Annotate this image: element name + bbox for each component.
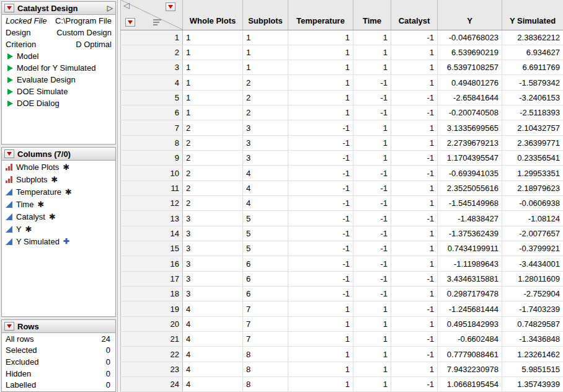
- script-item-doe-dialog[interactable]: DOE Dialog: [2, 97, 115, 109]
- cell-catalyst[interactable]: 1: [391, 241, 438, 256]
- cell-y[interactable]: -0.200740508: [438, 105, 502, 120]
- cell-time[interactable]: -1: [353, 241, 391, 256]
- cell-y-simulated[interactable]: -1.08124: [502, 211, 563, 226]
- cell-time[interactable]: -1: [353, 75, 391, 90]
- cell-temperature[interactable]: 1: [288, 45, 353, 60]
- rows-menu-icon[interactable]: [125, 18, 135, 27]
- cell-subplots[interactable]: 3: [243, 120, 288, 135]
- cell-whole-plots[interactable]: 1: [183, 75, 243, 90]
- cell-subplots[interactable]: 5: [243, 226, 288, 241]
- cell-whole-plots[interactable]: 4: [183, 301, 243, 316]
- cell-y[interactable]: -1.375362439: [438, 226, 502, 241]
- cell-catalyst[interactable]: -1: [391, 301, 438, 316]
- cell-y[interactable]: -0.046768023: [438, 30, 502, 45]
- cell-y-simulated[interactable]: -3.2406153: [502, 90, 563, 105]
- cell-temperature[interactable]: -1: [288, 151, 353, 166]
- cell-catalyst[interactable]: -1: [391, 90, 438, 105]
- column-item-temperature[interactable]: Temperature✱: [2, 185, 115, 198]
- rows-panel-header[interactable]: Rows: [2, 320, 115, 333]
- cell-catalyst[interactable]: 1: [391, 226, 438, 241]
- row-number[interactable]: 11: [121, 180, 183, 195]
- cell-time[interactable]: 1: [353, 316, 391, 331]
- row-number[interactable]: 15: [121, 241, 183, 256]
- cell-whole-plots[interactable]: 1: [183, 45, 243, 60]
- column-header-y[interactable]: Y: [438, 0, 502, 30]
- cell-y-simulated[interactable]: 2.10432757: [502, 120, 563, 135]
- row-number[interactable]: 10: [121, 166, 183, 180]
- cell-catalyst[interactable]: -1: [391, 30, 438, 45]
- cell-catalyst[interactable]: 1: [391, 60, 438, 75]
- cell-time[interactable]: 1: [353, 135, 391, 150]
- cell-subplots[interactable]: 5: [243, 211, 288, 226]
- cell-y[interactable]: 2.2739679213: [438, 135, 502, 150]
- row-number[interactable]: 5: [121, 90, 183, 105]
- script-item-model-for-y-simulated[interactable]: Model for Y Simulated: [2, 62, 115, 74]
- cell-subplots[interactable]: 3: [243, 135, 288, 150]
- cell-temperature[interactable]: -1: [288, 180, 353, 195]
- column-header-subplots[interactable]: Subplots: [243, 0, 288, 30]
- cell-y[interactable]: -1.11989643: [438, 256, 502, 271]
- cell-time[interactable]: 1: [353, 362, 391, 376]
- cell-temperature[interactable]: -1: [288, 287, 353, 301]
- cell-subplots[interactable]: 1: [243, 45, 288, 60]
- cell-y-simulated[interactable]: 0.74829587: [502, 316, 563, 331]
- column-item-y-simulated[interactable]: Y Simulated✚: [2, 235, 115, 247]
- cell-whole-plots[interactable]: 1: [183, 60, 243, 75]
- cell-temperature[interactable]: 1: [288, 377, 353, 392]
- row-number[interactable]: 16: [121, 256, 183, 271]
- cell-temperature[interactable]: -1: [288, 271, 353, 286]
- cell-catalyst[interactable]: -1: [391, 271, 438, 286]
- table-corner[interactable]: ◁: [121, 0, 183, 30]
- cell-time[interactable]: 1: [353, 60, 391, 75]
- cell-temperature[interactable]: -1: [288, 135, 353, 150]
- cell-whole-plots[interactable]: 1: [183, 30, 243, 45]
- cell-y[interactable]: 0.2987179478: [438, 287, 502, 301]
- cell-temperature[interactable]: -1: [288, 256, 353, 271]
- column-item-subplots[interactable]: Subplots✱: [2, 173, 115, 185]
- cell-subplots[interactable]: 6: [243, 256, 288, 271]
- cell-subplots[interactable]: 4: [243, 180, 288, 195]
- cell-temperature[interactable]: -1: [288, 211, 353, 226]
- row-number[interactable]: 19: [121, 301, 183, 316]
- cell-y-simulated[interactable]: 1.35743939: [502, 377, 563, 392]
- cell-y-simulated[interactable]: -2.752904: [502, 287, 563, 301]
- cell-whole-plots[interactable]: 4: [183, 362, 243, 376]
- cell-y[interactable]: 0.7779088461: [438, 347, 502, 362]
- cell-temperature[interactable]: 1: [288, 90, 353, 105]
- row-number[interactable]: 8: [121, 135, 183, 150]
- cell-y-simulated[interactable]: -2.5118393: [502, 105, 563, 120]
- cell-subplots[interactable]: 7: [243, 316, 288, 331]
- cell-catalyst[interactable]: 1: [391, 75, 438, 90]
- row-number[interactable]: 20: [121, 316, 183, 331]
- cell-subplots[interactable]: 2: [243, 75, 288, 90]
- cell-y[interactable]: 0.4951842993: [438, 316, 502, 331]
- cell-subplots[interactable]: 8: [243, 377, 288, 392]
- cell-catalyst[interactable]: 1: [391, 362, 438, 376]
- cell-temperature[interactable]: 1: [288, 316, 353, 331]
- cell-catalyst[interactable]: 1: [391, 45, 438, 60]
- cell-time[interactable]: -1: [353, 256, 391, 271]
- cell-time[interactable]: -1: [353, 105, 391, 120]
- cell-catalyst[interactable]: -1: [391, 377, 438, 392]
- cell-y[interactable]: 1.0668195454: [438, 377, 502, 392]
- cell-y-simulated[interactable]: -1.7403239: [502, 301, 563, 316]
- cell-catalyst[interactable]: 1: [391, 256, 438, 271]
- cell-time[interactable]: 1: [353, 151, 391, 166]
- cell-y-simulated[interactable]: -0.3799921: [502, 241, 563, 256]
- cell-time[interactable]: -1: [353, 166, 391, 180]
- cell-whole-plots[interactable]: 3: [183, 241, 243, 256]
- cell-y-simulated[interactable]: 2.18979623: [502, 180, 563, 195]
- cell-time[interactable]: 1: [353, 120, 391, 135]
- red-triangle-menu-icon[interactable]: [4, 322, 14, 331]
- column-header-temperature[interactable]: Temperature: [288, 0, 353, 30]
- row-number[interactable]: 22: [121, 347, 183, 362]
- cell-whole-plots[interactable]: 4: [183, 377, 243, 392]
- cell-y-simulated[interactable]: -1.3436848: [502, 332, 563, 347]
- row-number[interactable]: 6: [121, 105, 183, 120]
- cell-whole-plots[interactable]: 2: [183, 180, 243, 195]
- cell-y-simulated[interactable]: 2.36399771: [502, 135, 563, 150]
- cell-subplots[interactable]: 4: [243, 166, 288, 180]
- panel-collapse-icon[interactable]: ◁: [123, 1, 130, 9]
- columns-panel-header[interactable]: Columns (7/0): [2, 148, 115, 161]
- column-item-catalyst[interactable]: Catalyst✱: [2, 210, 115, 223]
